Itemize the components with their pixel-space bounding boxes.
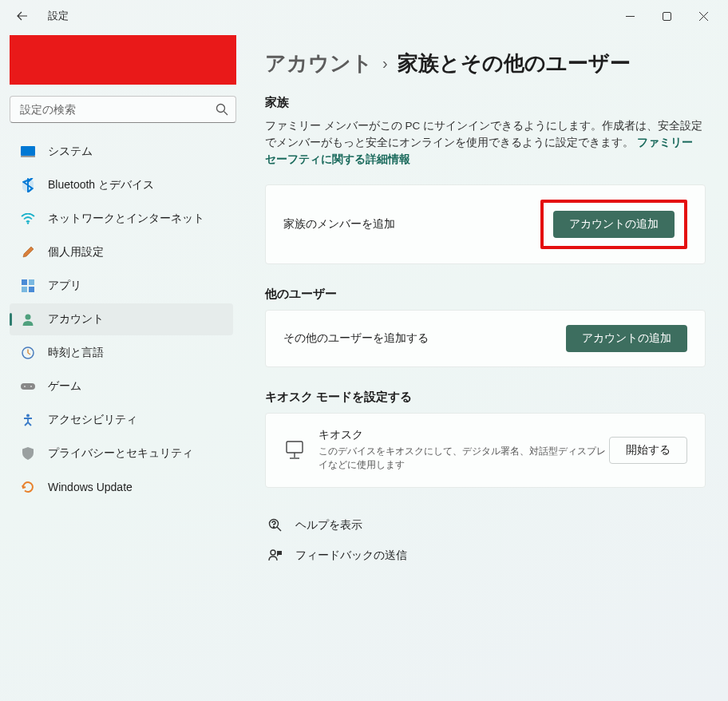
svg-rect-11 <box>29 279 34 285</box>
nav-label: Bluetooth とデバイス <box>48 178 154 192</box>
other-card-label: その他のユーザーを追加する <box>283 331 429 346</box>
nav-label: アカウント <box>48 312 104 327</box>
family-description: ファミリー メンバーがこの PC にサインインできるようにします。作成者は、安全… <box>265 118 706 168</box>
svg-point-18 <box>30 386 32 387</box>
content-area: アカウント › 家族とその他のユーザー 家族 ファミリー メンバーがこの PC … <box>247 32 728 701</box>
nav-item-privacy[interactable]: プライバシーとセキュリティ <box>10 438 233 469</box>
close-button[interactable] <box>685 0 722 32</box>
svg-point-17 <box>24 386 26 387</box>
gamepad-icon <box>21 379 35 394</box>
nav-item-network[interactable]: ネットワークとインターネット <box>10 203 233 235</box>
kiosk-desc: このデバイスをキオスクにして、デジタル署名、対話型ディスプレイなどに使用します <box>318 445 609 473</box>
svg-rect-20 <box>287 442 303 453</box>
bluetooth-icon <box>21 178 35 192</box>
breadcrumb: アカウント › 家族とその他のユーザー <box>265 50 706 77</box>
help-label: ヘルプを表示 <box>295 518 362 533</box>
family-member-card: 家族のメンバーを追加 アカウントの追加 <box>265 184 706 264</box>
nav-item-gaming[interactable]: ゲーム <box>10 370 233 402</box>
nav-label: アプリ <box>48 279 81 293</box>
nav-item-personalization[interactable]: 個人用設定 <box>10 236 233 268</box>
apps-icon <box>21 279 35 293</box>
svg-point-14 <box>26 315 31 320</box>
minimize-button[interactable] <box>611 0 648 32</box>
nav-list: システム Bluetooth とデバイス ネットワークとインターネット 個人用設… <box>10 136 241 503</box>
titlebar: 設定 <box>0 0 728 32</box>
update-icon <box>21 480 35 494</box>
maximize-button[interactable] <box>648 0 685 32</box>
nav-label: 個人用設定 <box>48 245 104 259</box>
chevron-right-icon: › <box>382 54 388 73</box>
kiosk-icon <box>283 439 306 461</box>
kiosk-card: キオスク このデバイスをキオスクにして、デジタル署名、対話型ディスプレイなどに使… <box>265 413 706 488</box>
kiosk-start-button[interactable]: 開始する <box>609 437 687 464</box>
nav-label: ゲーム <box>48 379 81 394</box>
nav-item-system[interactable]: システム <box>10 136 233 168</box>
add-other-account-button[interactable]: アカウントの追加 <box>566 325 687 352</box>
svg-point-24 <box>273 526 274 527</box>
svg-point-25 <box>271 550 275 555</box>
feedback-link[interactable]: フィードバックの送信 <box>265 541 706 571</box>
family-card-label: 家族のメンバーを追加 <box>283 217 395 232</box>
person-icon <box>21 312 35 327</box>
nav-item-accounts[interactable]: アカウント <box>10 303 233 335</box>
svg-rect-16 <box>21 383 35 390</box>
svg-rect-6 <box>21 146 35 156</box>
feedback-label: フィードバックの送信 <box>295 549 407 563</box>
breadcrumb-current: 家族とその他のユーザー <box>398 50 631 77</box>
nav-item-accessibility[interactable]: アクセシビリティ <box>10 404 233 436</box>
sidebar: システム Bluetooth とデバイス ネットワークとインターネット 個人用設… <box>0 32 247 701</box>
nav-item-bluetooth[interactable]: Bluetooth とデバイス <box>10 169 233 201</box>
feedback-icon <box>268 549 283 563</box>
nav-item-apps[interactable]: アプリ <box>10 270 233 302</box>
svg-rect-10 <box>22 279 27 285</box>
nav-label: システム <box>48 145 93 159</box>
help-link[interactable]: ヘルプを表示 <box>265 510 706 541</box>
svg-point-19 <box>26 414 30 418</box>
app-title: 設定 <box>48 9 69 23</box>
nav-label: アクセシビリティ <box>48 413 137 427</box>
family-heading: 家族 <box>265 95 706 110</box>
back-button[interactable] <box>6 0 38 32</box>
other-user-card: その他のユーザーを追加する アカウントの追加 <box>265 310 706 367</box>
other-users-heading: 他のユーザー <box>265 287 706 302</box>
nav-label: ネットワークとインターネット <box>48 212 204 226</box>
svg-rect-13 <box>29 287 34 292</box>
wifi-icon <box>21 212 35 226</box>
svg-point-9 <box>27 222 29 224</box>
search-input[interactable] <box>10 96 236 123</box>
nav-item-update[interactable]: Windows Update <box>10 471 233 503</box>
nav-label: プライバシーとセキュリティ <box>48 446 193 461</box>
add-family-account-button[interactable]: アカウントの追加 <box>553 211 675 238</box>
kiosk-heading: キオスク モードを設定する <box>265 390 706 405</box>
nav-item-time[interactable]: 時刻と言語 <box>10 337 233 369</box>
help-icon <box>268 518 283 533</box>
display-icon <box>21 145 35 159</box>
nav-label: Windows Update <box>48 481 133 493</box>
shield-icon <box>21 446 35 461</box>
nav-label: 時刻と言語 <box>48 346 104 360</box>
highlight-annotation: アカウントの追加 <box>540 200 687 249</box>
brush-icon <box>21 245 35 259</box>
breadcrumb-parent[interactable]: アカウント <box>265 50 373 77</box>
svg-rect-7 <box>21 156 35 157</box>
kiosk-title: キオスク <box>318 428 609 442</box>
clock-globe-icon <box>21 346 35 360</box>
svg-rect-1 <box>663 12 671 20</box>
account-redacted-block <box>10 35 236 85</box>
accessibility-icon <box>21 413 35 427</box>
svg-rect-12 <box>22 287 27 292</box>
